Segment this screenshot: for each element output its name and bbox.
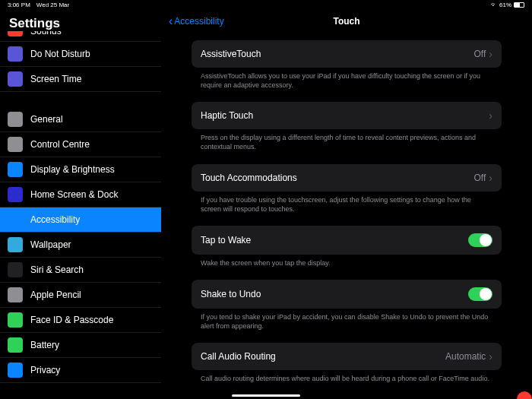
chevron-left-icon: ‹: [169, 14, 173, 28]
wifi-icon: ᯤ: [491, 2, 497, 8]
chevron-right-icon: ›: [489, 109, 492, 122]
sidebar-item-display-brightness[interactable]: Display & Brightness: [0, 157, 161, 182]
sidebar-item-label: Accessibility: [30, 214, 80, 225]
sidebar-item-label: Siri & Search: [30, 264, 84, 275]
sidebar-icon: [8, 287, 23, 302]
sidebar-icon: [8, 71, 23, 87]
sidebar-item-label: Home Screen & Dock: [30, 189, 118, 200]
sidebar-icon: [8, 363, 23, 378]
chevron-right-icon: ›: [489, 172, 492, 184]
sidebar-item-label: Control Centre: [30, 139, 90, 150]
chevron-right-icon: ›: [489, 350, 492, 363]
sidebar-item-label: Face ID & Passcode: [30, 315, 113, 325]
tap-to-wake-footer: Wake the screen when you tap the display…: [192, 255, 502, 280]
sidebar-item-label: Display & Brightness: [30, 164, 115, 175]
sidebar-icon: [8, 46, 23, 62]
sidebar-icon: [8, 237, 23, 252]
sidebar-icon: [8, 262, 23, 277]
home-indicator[interactable]: [232, 394, 300, 397]
sidebar-item-do-not-disturb[interactable]: Do Not Disturb: [0, 42, 161, 67]
touch-accommodations-cell[interactable]: Touch Accommodations Off›: [192, 164, 502, 192]
sidebar-icon: [8, 337, 23, 353]
sidebar-item-label: Privacy: [30, 365, 60, 375]
sidebar-icon: [8, 212, 23, 227]
touch-accommodations-label: Touch Accommodations: [201, 173, 297, 183]
sidebar-icon: [8, 162, 23, 177]
shake-to-undo-cell: Shake to Undo: [192, 280, 502, 309]
sidebar-item-label: General: [30, 114, 63, 125]
tap-to-wake-label: Tap to Wake: [201, 235, 251, 245]
sidebar-item-wallpaper[interactable]: Wallpaper: [0, 233, 161, 258]
haptic-touch-footer: Press on the display using a different l…: [192, 129, 502, 163]
sidebar-item-sounds[interactable]: Sounds: [0, 31, 161, 42]
sidebar-item-label: Screen Time: [30, 74, 81, 84]
sidebar-item-label: Wallpaper: [30, 239, 71, 250]
tap-to-wake-cell: Tap to Wake: [192, 226, 502, 255]
shake-to-undo-toggle[interactable]: [468, 287, 492, 301]
sidebar-item-home-screen-dock[interactable]: Home Screen & Dock: [0, 182, 161, 207]
battery-percent: 61%: [499, 2, 511, 8]
sidebar-item-general[interactable]: General: [0, 107, 161, 132]
sidebar-icon: [8, 187, 23, 202]
sidebar-item-label: Battery: [30, 340, 59, 350]
call-audio-routing-cell[interactable]: Call Audio Routing Automatic›: [192, 343, 502, 370]
call-audio-routing-value: Automatic: [445, 351, 486, 362]
status-time: 3:06 PM: [8, 2, 30, 8]
sidebar-item-siri-search[interactable]: Siri & Search: [0, 258, 161, 283]
assistivetouch-cell[interactable]: AssistiveTouch Off›: [192, 40, 502, 68]
sidebar-item-label: Do Not Disturb: [30, 49, 90, 59]
sidebar-item-screen-time[interactable]: Screen Time: [0, 67, 161, 92]
sidebar-item-accessibility[interactable]: Accessibility: [0, 207, 161, 233]
shake-to-undo-footer: If you tend to shake your iPad by accide…: [192, 309, 502, 343]
haptic-touch-cell[interactable]: Haptic Touch ›: [192, 102, 502, 129]
assistivetouch-value: Off: [474, 49, 486, 59]
status-date: Wed 25 Mar: [36, 2, 69, 8]
back-label: Accessibility: [174, 16, 223, 27]
shake-to-undo-label: Shake to Undo: [201, 289, 261, 299]
sidebar-icon: [8, 137, 23, 152]
call-audio-routing-label: Call Audio Routing: [201, 351, 276, 362]
page-title: Touch: [333, 16, 359, 27]
sidebar-item-privacy[interactable]: Privacy: [0, 358, 161, 383]
haptic-touch-label: Haptic Touch: [201, 110, 253, 121]
back-button[interactable]: ‹ Accessibility: [169, 14, 224, 28]
tap-to-wake-toggle[interactable]: [468, 233, 492, 247]
sidebar-icon: [8, 312, 23, 328]
sidebar-item-battery[interactable]: Battery: [0, 333, 161, 358]
sidebar-icon: [8, 31, 23, 36]
touch-accommodations-value: Off: [474, 173, 486, 183]
sidebar-icon: [8, 112, 23, 127]
sidebar-item-label: Sounds: [30, 31, 62, 36]
call-audio-routing-footer: Call audio routing determines where audi…: [192, 370, 502, 395]
sidebar-item-apple-pencil[interactable]: Apple Pencil: [0, 283, 161, 308]
sidebar-item-face-id-passcode[interactable]: Face ID & Passcode: [0, 308, 161, 333]
sidebar-item-control-centre[interactable]: Control Centre: [0, 132, 161, 157]
battery-icon: [514, 2, 524, 8]
assistivetouch-footer: AssistiveTouch allows you to use your iP…: [192, 68, 502, 102]
chevron-right-icon: ›: [489, 48, 492, 60]
assistivetouch-label: AssistiveTouch: [201, 49, 261, 59]
touch-accommodations-footer: If you have trouble using the touchscree…: [192, 192, 502, 226]
sidebar-item-label: Apple Pencil: [30, 290, 81, 300]
